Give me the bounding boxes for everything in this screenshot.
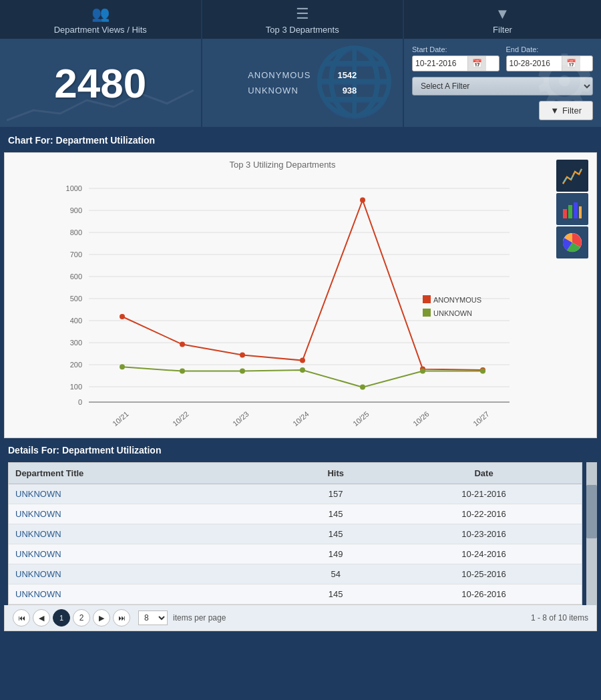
svg-text:100: 100 [70, 383, 82, 391]
hits-cell: 54 [285, 564, 386, 584]
top3-name-2: UNKNOWN [248, 85, 298, 96]
items-per-page-label: items per page [173, 613, 226, 623]
pie-chart-icon [560, 230, 584, 254]
chart-type-buttons [556, 160, 590, 431]
hits-cell: 145 [285, 584, 386, 604]
start-date-label: Start Date: [412, 45, 499, 53]
anon-pt-3 [240, 353, 245, 358]
table-head: Department Title Hits Date [9, 463, 582, 484]
svg-text:1000: 1000 [66, 184, 82, 192]
items-info: 1 - 8 of 10 items [531, 613, 588, 623]
chart-area: Top 3 Utilizing Departments 1000 900 800 [11, 160, 554, 431]
dept-views-header: 👥 Department Views / Hits [0, 0, 201, 39]
top3-title: Top 3 Departments [266, 25, 339, 35]
legend-unk-text: UNKNOWN [433, 309, 472, 317]
chart-svg: 1000 900 800 700 600 500 400 300 200 100… [11, 175, 554, 429]
top3-row-1: ANONYMOUS 1542 [248, 70, 357, 80]
filter-icon: ▼ [495, 5, 510, 23]
start-date-calendar-btn[interactable]: 📅 [467, 56, 486, 71]
dept-name-link[interactable]: UNKNOWN [15, 569, 61, 579]
bar-chart-icon [562, 198, 583, 220]
svg-text:10/21: 10/21 [111, 409, 130, 427]
unk-pt-3 [240, 369, 245, 374]
svg-rect-29 [563, 209, 567, 218]
svg-rect-30 [568, 205, 572, 218]
page-1-btn[interactable]: 1 [53, 609, 70, 627]
pagination-bar: ⏮ ◀ 1 2 ▶ ⏭ 8 10 25 items per page 1 - 8… [4, 605, 597, 631]
dept-name-link[interactable]: UNKNOWN [15, 529, 61, 539]
date-cell: 10-21-2016 [386, 484, 582, 504]
unk-pt-6 [420, 369, 425, 374]
table-row: UNKNOWN 54 10-25-2016 [9, 564, 582, 584]
unk-pt-7 [480, 369, 485, 374]
date-cell: 10-22-2016 [386, 504, 582, 524]
line-chart-btn[interactable] [556, 160, 588, 192]
date-cell: 10-25-2016 [386, 564, 582, 584]
legend-anon-text: ANONYMOUS [433, 296, 481, 304]
anon-pt-1 [120, 314, 125, 319]
svg-text:800: 800 [70, 228, 82, 236]
svg-text:10/27: 10/27 [471, 409, 491, 427]
anon-pt-5 [360, 198, 365, 203]
col-hits: Hits [285, 463, 386, 484]
dept-name-link[interactable]: UNKNOWN [15, 489, 61, 499]
svg-text:10/22: 10/22 [171, 409, 190, 427]
legend-anon-box [423, 295, 431, 303]
top3-panel: ☰ Top 3 Departments 🌐 ANONYMOUS 1542 UNK… [202, 0, 405, 127]
table-scrollbar[interactable] [586, 462, 597, 605]
svg-text:10/24: 10/24 [291, 409, 311, 427]
hits-cell: 145 [285, 504, 386, 524]
filter-panel: ▼ Filter ⚙ Start Date: 📅 End Date: 📅 [404, 0, 601, 127]
data-table: Department Title Hits Date UNKNOWN 157 1… [9, 463, 582, 604]
date-cell: 10-26-2016 [386, 584, 582, 604]
svg-text:10/23: 10/23 [231, 409, 250, 427]
line-chart-icon [562, 165, 583, 186]
table-row: UNKNOWN 145 10-26-2016 [9, 584, 582, 604]
table-wrapper: Department Title Hits Date UNKNOWN 157 1… [4, 462, 597, 605]
svg-text:900: 900 [70, 206, 82, 214]
table-row: UNKNOWN 145 10-23-2016 [9, 524, 582, 544]
hits-cell: 149 [285, 544, 386, 564]
table-row: UNKNOWN 149 10-24-2016 [9, 544, 582, 564]
svg-text:700: 700 [70, 250, 82, 258]
dept-name-link[interactable]: UNKNOWN [15, 589, 61, 599]
first-page-btn[interactable]: ⏮ [13, 609, 30, 627]
svg-text:200: 200 [70, 361, 82, 369]
svg-rect-31 [574, 202, 578, 218]
last-page-btn[interactable]: ⏭ [113, 609, 130, 627]
dept-name-link[interactable]: UNKNOWN [15, 549, 61, 559]
page-2-btn[interactable]: 2 [73, 609, 90, 627]
list-icon: ☰ [296, 5, 309, 23]
pie-chart-btn[interactable] [556, 226, 588, 258]
svg-text:500: 500 [70, 295, 82, 303]
bar-chart-btn[interactable] [556, 193, 588, 225]
top3-name-1: ANONYMOUS [248, 70, 311, 80]
start-date-input[interactable] [413, 56, 467, 71]
hits-cell: 145 [285, 524, 386, 544]
dept-name-link[interactable]: UNKNOWN [15, 509, 61, 519]
top3-table: ANONYMOUS 1542 UNKNOWN 938 [248, 70, 357, 96]
top-stats-row: 👥 Department Views / Hits 2480 ☰ Top 3 D… [0, 0, 601, 128]
top3-row-2: UNKNOWN 938 [248, 85, 357, 96]
table-row: UNKNOWN 145 10-22-2016 [9, 504, 582, 524]
unk-pt-4 [300, 367, 305, 373]
date-cell: 10-23-2016 [386, 524, 582, 544]
anon-pt-4 [300, 358, 305, 363]
svg-text:10/26: 10/26 [411, 409, 431, 427]
unk-pt-1 [120, 364, 125, 369]
top3-val-2: 938 [343, 85, 357, 96]
scrollbar-thumb[interactable] [586, 485, 597, 538]
prev-page-btn[interactable]: ◀ [33, 609, 50, 627]
bg-gear-decoration: ⚙ [532, 39, 598, 124]
table-row: UNKNOWN 157 10-21-2016 [9, 484, 582, 504]
svg-text:10/25: 10/25 [351, 409, 371, 427]
anon-pt-2 [180, 342, 185, 347]
per-page-select[interactable]: 8 10 25 [138, 610, 168, 625]
col-dept-title: Department Title [9, 463, 285, 484]
top3-val-1: 1542 [337, 70, 357, 80]
chart-container: Top 3 Utilizing Departments 1000 900 800 [4, 152, 597, 438]
dept-views-value: 2480 [54, 59, 146, 107]
start-date-group: Start Date: 📅 [412, 45, 499, 71]
col-date: Date [386, 463, 582, 484]
next-page-btn[interactable]: ▶ [93, 609, 110, 627]
